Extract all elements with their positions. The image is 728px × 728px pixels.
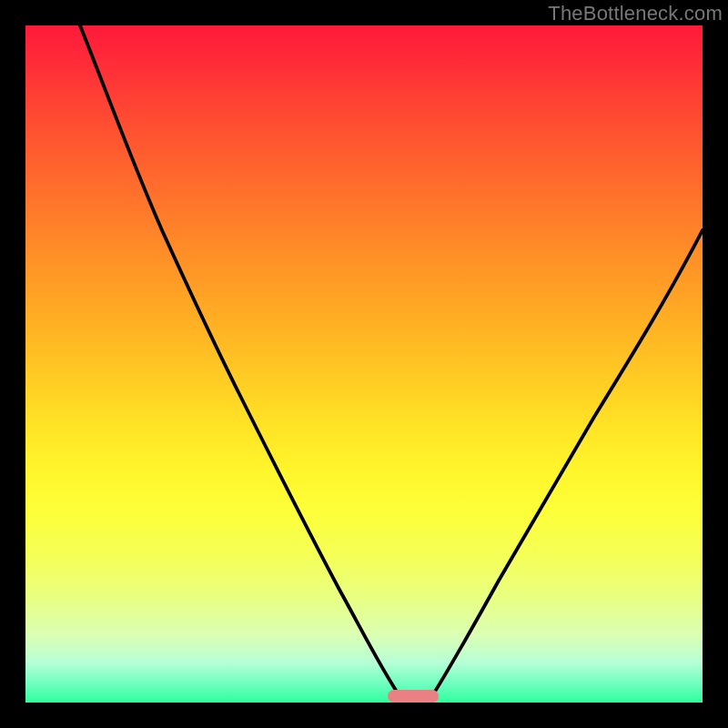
optimum-marker: [388, 690, 439, 703]
watermark-text: TheBottleneck.com: [548, 2, 723, 25]
right-branch-path: [433, 230, 703, 694]
left-branch-path: [80, 25, 399, 694]
plot-area: [25, 25, 703, 703]
chart-frame: TheBottleneck.com: [0, 0, 728, 728]
bottleneck-curve: [25, 25, 703, 703]
